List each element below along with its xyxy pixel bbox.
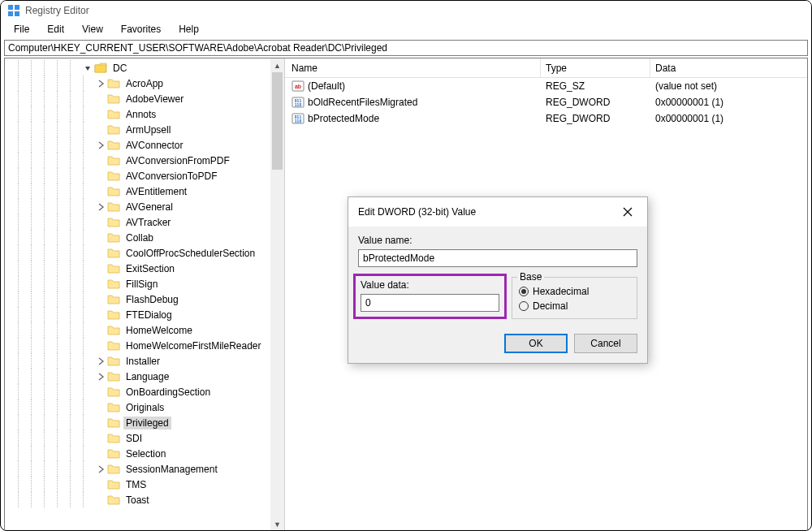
tree-item-label: FTEDialog <box>123 309 175 322</box>
chevron-right-icon[interactable] <box>96 464 106 474</box>
menu-edit[interactable]: Edit <box>39 22 72 37</box>
value-name: bProtectedMode <box>308 113 379 124</box>
scroll-down-icon[interactable]: ▼ <box>270 517 284 531</box>
tree-item[interactable]: Selection <box>5 446 270 461</box>
tree-item[interactable]: Language <box>5 369 270 384</box>
tree-item-label: AVConversionFromPDF <box>123 154 232 167</box>
value-data-label: Value data: <box>361 279 499 291</box>
ok-button[interactable]: OK <box>504 334 568 353</box>
tree-scrollbar[interactable]: ▲ ▼ <box>270 58 284 531</box>
radio-decimal[interactable]: Decimal <box>519 300 630 312</box>
tree-item-label: AVGeneral <box>123 201 175 214</box>
folder-icon <box>107 325 120 336</box>
tree-item-label: Language <box>123 370 171 383</box>
tree-item[interactable]: AVConnector <box>5 137 270 153</box>
base-legend: Base <box>517 271 544 283</box>
value-name-input[interactable] <box>358 249 637 267</box>
tree-item-label: AVTracker <box>123 216 173 229</box>
tree-item[interactable]: SessionManagement <box>5 461 270 477</box>
folder-icon <box>107 171 120 182</box>
folder-icon <box>107 417 120 429</box>
tree-item[interactable]: Collab <box>5 230 270 245</box>
tree-item[interactable]: Annots <box>5 106 270 122</box>
tree-item[interactable]: AdobeViewer <box>5 91 270 106</box>
folder-icon <box>107 479 120 490</box>
tree-item[interactable]: Toast <box>5 492 270 507</box>
dialog-titlebar[interactable]: Edit DWORD (32-bit) Value <box>348 197 647 227</box>
tree-panel: DC AcroAppAdobeViewerAnnotsArmUpsellAVCo… <box>5 58 285 531</box>
col-header-name[interactable]: Name <box>285 58 541 77</box>
tree-content: DC AcroAppAdobeViewerAnnotsArmUpsellAVCo… <box>5 58 270 531</box>
folder-icon <box>107 309 120 321</box>
tree-item[interactable]: FlashDebug <box>5 291 270 307</box>
col-header-type[interactable]: Type <box>541 58 650 77</box>
chevron-right-icon[interactable] <box>96 372 106 382</box>
scroll-track[interactable] <box>270 72 284 517</box>
tree-item-label: HomeWelcomeFirstMileReader <box>123 339 264 352</box>
chevron-right-icon[interactable] <box>96 202 106 212</box>
cancel-button[interactable]: Cancel <box>574 334 637 353</box>
menu-favorites[interactable]: Favorites <box>113 22 169 37</box>
folder-icon <box>107 124 120 136</box>
value-name: bOldRecentFilesMigrated <box>308 97 417 108</box>
address-path: Computer\HKEY_CURRENT_USER\SOFTWARE\Adob… <box>8 42 387 54</box>
tree-item[interactable]: CoolOffProcSchedulerSection <box>5 245 270 261</box>
folder-icon <box>107 278 120 290</box>
tree-item[interactable]: AcroApp <box>5 76 270 91</box>
tree-item[interactable]: Originals <box>5 399 270 415</box>
value-data-input[interactable] <box>361 294 499 312</box>
tree-item-label: FillSign <box>123 278 160 291</box>
list-row[interactable]: 011110bOldRecentFilesMigratedREG_DWORD0x… <box>285 94 807 110</box>
binary-value-icon: 011110 <box>292 112 304 125</box>
binary-value-icon: 011110 <box>292 96 304 109</box>
folder-icon <box>107 340 120 352</box>
address-bar[interactable]: Computer\HKEY_CURRENT_USER\SOFTWARE\Adob… <box>4 40 808 56</box>
tree-item[interactable]: AVGeneral <box>5 199 270 214</box>
tree-root-dc[interactable]: DC <box>5 60 270 76</box>
scroll-thumb[interactable] <box>272 72 283 170</box>
tree-item[interactable]: AVConversionFromPDF <box>5 153 270 168</box>
scroll-up-icon[interactable]: ▲ <box>270 58 284 72</box>
tree-item[interactable]: TMS <box>5 477 270 492</box>
tree-item[interactable]: ArmUpsell <box>5 122 270 137</box>
list-row[interactable]: 011110bProtectedModeREG_DWORD0x00000001 … <box>285 110 807 127</box>
folder-icon <box>107 93 120 105</box>
radio-icon <box>519 287 529 296</box>
radio-dec-label: Decimal <box>533 300 568 312</box>
tree-item[interactable]: FillSign <box>5 276 270 291</box>
tree-item-label: Originals <box>123 401 166 414</box>
chevron-right-icon[interactable] <box>96 140 106 150</box>
folder-icon <box>107 186 120 197</box>
tree-item[interactable]: AVEntitlement <box>5 183 270 199</box>
tree-item[interactable]: SDI <box>5 430 270 446</box>
value-type: REG_SZ <box>541 80 650 92</box>
app-title: Registry Editor <box>25 5 89 16</box>
chevron-right-icon[interactable] <box>96 79 106 88</box>
tree-item[interactable]: AVTracker <box>5 214 270 230</box>
folder-icon <box>107 371 120 382</box>
menu-view[interactable]: View <box>74 22 111 37</box>
close-icon[interactable] <box>616 204 639 220</box>
folder-icon <box>107 248 120 259</box>
radio-hex-label: Hexadecimal <box>533 286 589 297</box>
tree-item[interactable]: OnBoardingSection <box>5 384 270 399</box>
tree-item-label: AcroApp <box>123 77 166 90</box>
tree-item-label: AVConnector <box>123 139 185 152</box>
tree-item[interactable]: Privileged <box>5 415 270 430</box>
menu-file[interactable]: File <box>6 22 37 37</box>
chevron-down-icon[interactable] <box>83 63 93 73</box>
list-row[interactable]: ab(Default)REG_SZ(value not set) <box>285 78 807 94</box>
tree-item[interactable]: HomeWelcome <box>5 322 270 338</box>
tree-item[interactable]: Installer <box>5 353 270 369</box>
menu-help[interactable]: Help <box>171 22 207 37</box>
dialog-title-text: Edit DWORD (32-bit) Value <box>358 206 476 218</box>
tree-item[interactable]: ExitSection <box>5 261 270 276</box>
col-header-data[interactable]: Data <box>650 58 807 77</box>
chevron-right-icon[interactable] <box>96 356 106 366</box>
svg-rect-2 <box>8 11 13 16</box>
value-name: (Default) <box>308 80 345 92</box>
tree-item[interactable]: AVConversionToPDF <box>5 168 270 183</box>
radio-hexadecimal[interactable]: Hexadecimal <box>519 286 630 297</box>
tree-item[interactable]: FTEDialog <box>5 307 270 322</box>
tree-item[interactable]: HomeWelcomeFirstMileReader <box>5 338 270 353</box>
